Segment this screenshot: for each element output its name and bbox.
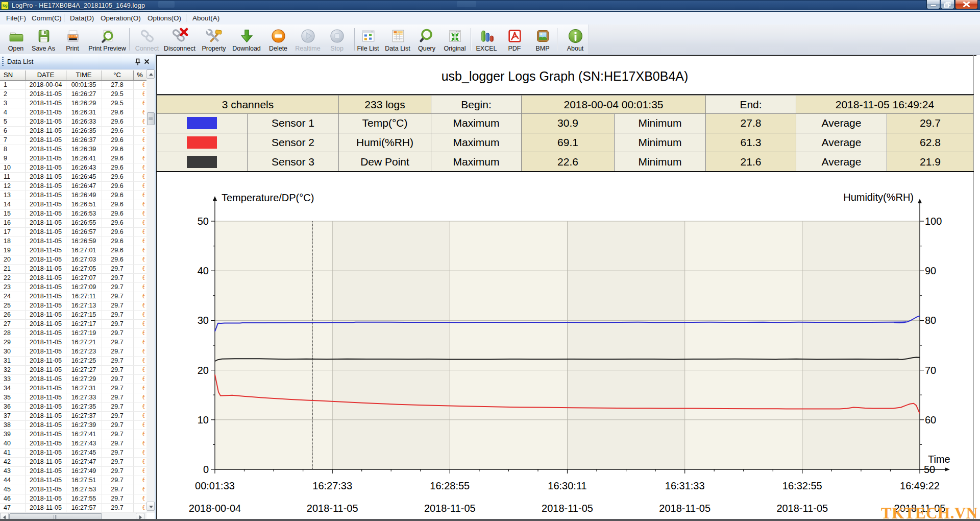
svg-text:16:49:22: 16:49:22 bbox=[900, 480, 940, 491]
svg-text:10: 10 bbox=[198, 414, 209, 425]
svg-text:16:30:11: 16:30:11 bbox=[548, 480, 586, 491]
svg-text:2018-11-05: 2018-11-05 bbox=[424, 503, 476, 514]
svg-text:90: 90 bbox=[925, 265, 936, 276]
svg-text:2018-00-04: 2018-00-04 bbox=[189, 503, 241, 514]
svg-text:Humidity(%RH): Humidity(%RH) bbox=[843, 192, 914, 203]
svg-text:0: 0 bbox=[203, 464, 209, 475]
svg-text:Time: Time bbox=[928, 454, 950, 465]
svg-text:40: 40 bbox=[198, 265, 209, 276]
svg-text:2018-11-05: 2018-11-05 bbox=[776, 503, 828, 514]
svg-text:16:31:33: 16:31:33 bbox=[665, 480, 705, 491]
svg-text:70: 70 bbox=[925, 365, 936, 376]
svg-text:50: 50 bbox=[198, 216, 209, 227]
svg-text:100: 100 bbox=[925, 216, 942, 227]
svg-text:16:28:55: 16:28:55 bbox=[430, 480, 470, 491]
svg-text:16:32:55: 16:32:55 bbox=[782, 480, 822, 491]
svg-text:16:27:33: 16:27:33 bbox=[312, 480, 352, 491]
svg-text:60: 60 bbox=[925, 414, 936, 425]
svg-text:2018-11-05: 2018-11-05 bbox=[659, 503, 710, 514]
svg-text:20: 20 bbox=[198, 365, 209, 376]
svg-text:2018-11-05: 2018-11-05 bbox=[307, 503, 358, 514]
svg-text:2018-11-05: 2018-11-05 bbox=[542, 503, 593, 514]
svg-text:00:01:33: 00:01:33 bbox=[195, 480, 235, 491]
svg-text:Temperature/DP(°C): Temperature/DP(°C) bbox=[222, 192, 314, 203]
svg-text:30: 30 bbox=[198, 315, 209, 326]
svg-text:80: 80 bbox=[925, 315, 936, 326]
svg-text:50: 50 bbox=[924, 464, 935, 475]
